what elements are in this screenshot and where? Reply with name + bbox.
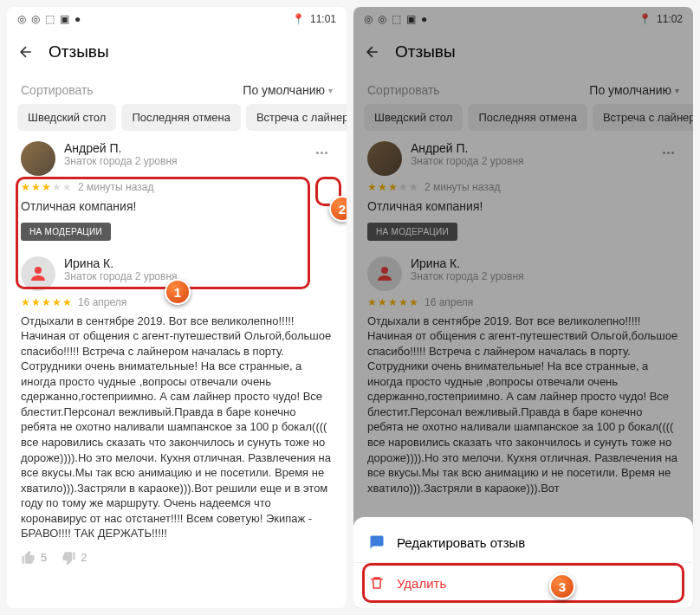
screen-left: ◎◎⬚▣● 📍 11:01 Отзывы Сортировать По умол… [7,7,347,608]
trash-icon [369,575,385,591]
reviews-list: Андрей П. Знаток города 2 уровня ★★★★★ 2… [7,141,347,608]
location-icon: 📍 [292,13,305,25]
more-button[interactable] [311,148,333,158]
chevron-down-icon: ▾ [328,86,333,95]
reviewer-name: Андрей П. [64,141,178,155]
filter-tag[interactable]: Встреча с лайнером [246,104,347,131]
svg-point-0 [35,267,42,274]
sort-value[interactable]: По умолчанию▾ [243,83,333,97]
edit-review-button[interactable]: Редактировать отзыв [353,522,693,562]
screen-right: ◎◎⬚▣● 📍 11:02 Отзывы Сортировать По умол… [353,7,693,608]
page-title: Отзывы [49,42,109,62]
callout-1: 1 [165,279,191,305]
dots-icon [316,152,327,154]
status-bar: ◎◎⬚▣● 📍 11:01 [7,7,347,31]
status-right: 📍 11:01 [292,13,336,25]
edit-icon [369,534,385,550]
dislike-button[interactable]: 2 [61,550,87,566]
avatar[interactable] [21,256,55,291]
like-button[interactable]: 5 [21,550,47,566]
callout-3: 3 [549,573,575,599]
delete-review-button[interactable]: Удалить [353,562,693,603]
moderation-badge: НА МОДЕРАЦИИ [21,223,111,241]
action-sheet: Редактировать отзыв Удалить [353,517,693,608]
status-time: 11:01 [310,13,336,25]
review-item: Андрей П. Знаток города 2 уровня ★★★★★ 2… [21,141,333,241]
sort-label: Сортировать [21,83,94,97]
review-time: 2 минуты назад [78,181,153,193]
reactions: 5 2 [21,550,333,566]
back-icon[interactable] [17,43,35,61]
sort-row[interactable]: Сортировать По умолчанию▾ [7,73,347,104]
reviewer-level: Знаток города 2 уровня [64,270,178,282]
reviewer-name: Ирина К. [64,256,178,270]
rating-stars: ★★★★★ 2 минуты назад [21,181,333,193]
topbar: Отзывы [7,31,347,73]
filter-tag[interactable]: Шведский стол [17,104,116,131]
review-time: 16 апреля [78,296,126,308]
avatar[interactable] [21,141,55,176]
filter-tags: Шведский стол Последняя отмена Встреча с… [7,104,347,141]
filter-tag[interactable]: Последняя отмена [121,104,241,131]
review-text: Отдыхали в сентябре 2019. Вот все велико… [21,314,333,541]
reviewer-level: Знаток города 2 уровня [64,155,178,167]
status-icons-left: ◎◎⬚▣● [17,13,81,25]
review-text: Отличная компания! [21,198,333,216]
